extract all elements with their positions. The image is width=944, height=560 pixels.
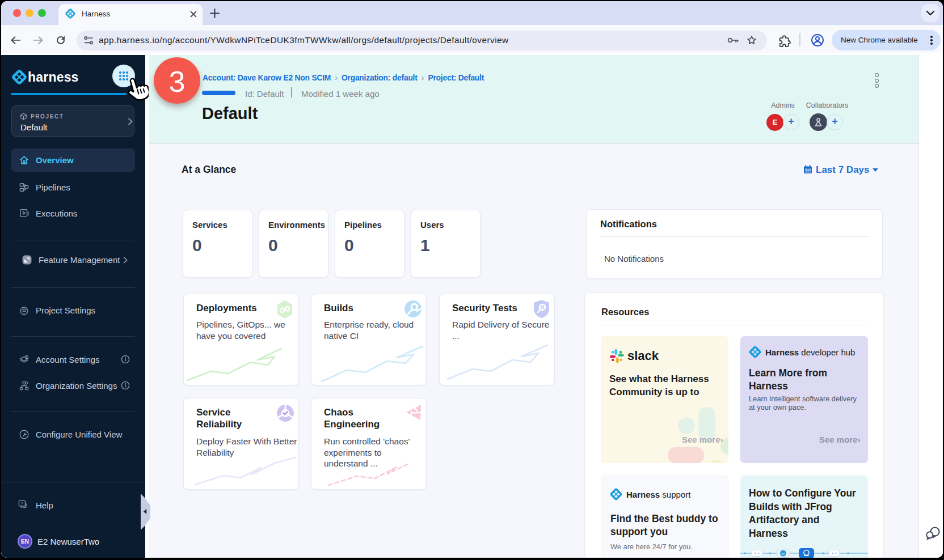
svg-text:?: ? (21, 502, 23, 506)
